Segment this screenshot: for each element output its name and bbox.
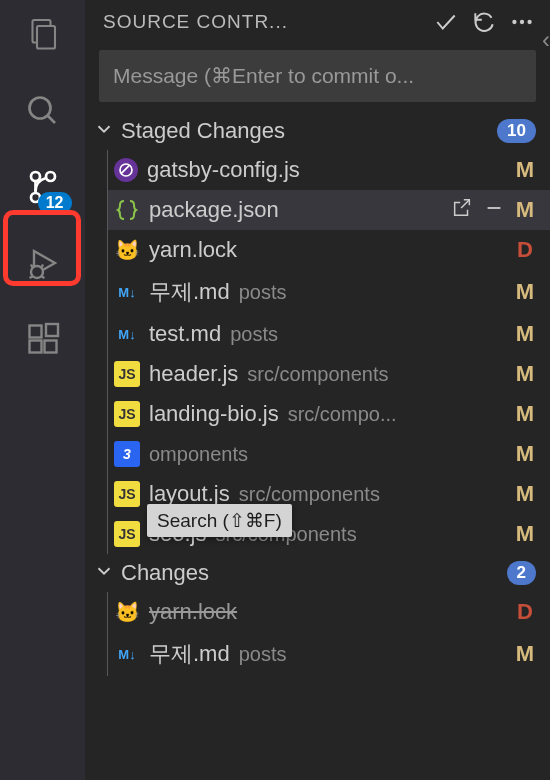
svg-rect-13 bbox=[29, 326, 41, 338]
markdown-file-icon: M↓ bbox=[114, 279, 140, 305]
js-file-icon: JS bbox=[114, 401, 140, 427]
file-row[interactable]: 🐱 yarn.lock D bbox=[108, 592, 550, 632]
section-header[interactable]: Staged Changes 10 bbox=[85, 112, 550, 150]
file-path: posts bbox=[230, 323, 278, 346]
extensions-icon[interactable] bbox=[22, 318, 64, 360]
source-control-badge: 12 bbox=[38, 192, 72, 214]
file-row[interactable]: package.json M bbox=[108, 190, 550, 230]
section-title: Staged Changes bbox=[121, 118, 491, 144]
json-file-icon bbox=[114, 197, 140, 223]
file-path: posts bbox=[239, 643, 287, 666]
svg-point-4 bbox=[46, 172, 55, 181]
run-debug-icon[interactable] bbox=[22, 242, 64, 284]
file-name: 무제.md bbox=[149, 277, 230, 307]
status-letter: M bbox=[514, 157, 536, 183]
file-path: omponents bbox=[149, 443, 248, 466]
status-letter: D bbox=[514, 599, 536, 625]
file-name: package.json bbox=[149, 197, 279, 223]
status-letter: M bbox=[514, 361, 536, 387]
file-row[interactable]: M↓ 무제.mdposts M bbox=[108, 270, 550, 314]
panel-header: SOURCE CONTR... ‹ bbox=[85, 0, 550, 46]
status-letter: M bbox=[514, 401, 536, 427]
refresh-icon[interactable] bbox=[470, 8, 498, 36]
file-name: yarn.lock bbox=[149, 599, 237, 625]
svg-point-17 bbox=[512, 20, 516, 24]
status-letter: M bbox=[514, 481, 536, 507]
file-row[interactable]: JS layout.jssrc/components M bbox=[108, 474, 550, 514]
markdown-file-icon: M↓ bbox=[114, 321, 140, 347]
js-file-icon: JS bbox=[114, 361, 140, 387]
file-row[interactable]: 🐱 yarn.lock D bbox=[108, 230, 550, 270]
file-row[interactable]: M↓ 무제.mdposts M bbox=[108, 632, 550, 676]
file-path: src/components bbox=[215, 523, 356, 546]
svg-line-9 bbox=[31, 265, 33, 268]
file-name: header.js bbox=[149, 361, 238, 387]
status-letter: M bbox=[514, 197, 536, 223]
file-path: posts bbox=[239, 281, 287, 304]
svg-point-20 bbox=[120, 164, 132, 176]
svg-line-10 bbox=[41, 265, 43, 268]
source-control-panel: SOURCE CONTR... ‹ Message (⌘Enter to com… bbox=[85, 0, 550, 780]
svg-line-11 bbox=[29, 277, 32, 279]
unstage-icon[interactable] bbox=[483, 197, 505, 223]
js-file-icon: JS bbox=[114, 481, 140, 507]
count-badge: 2 bbox=[507, 561, 536, 585]
file-row[interactable]: JS header.jssrc/components M bbox=[108, 354, 550, 394]
svg-rect-14 bbox=[29, 341, 41, 353]
explorer-icon[interactable] bbox=[22, 14, 64, 56]
markdown-file-icon: M↓ bbox=[114, 641, 140, 667]
status-letter: M bbox=[514, 641, 536, 667]
chevron-down-icon bbox=[93, 118, 115, 144]
file-path: src/components bbox=[239, 483, 380, 506]
status-letter: M bbox=[514, 279, 536, 305]
file-name: gatsby-config.js bbox=[147, 157, 300, 183]
svg-rect-15 bbox=[44, 341, 56, 353]
svg-point-18 bbox=[520, 20, 524, 24]
svg-point-6 bbox=[31, 172, 40, 181]
gatsby-file-icon bbox=[114, 158, 138, 182]
file-name: layout.js bbox=[149, 481, 230, 507]
file-name: 무제.md bbox=[149, 639, 230, 669]
commit-checkmark-icon[interactable] bbox=[432, 8, 460, 36]
section-header[interactable]: Changes 2 bbox=[85, 554, 550, 592]
js-file-icon: JS bbox=[114, 521, 140, 547]
file-row[interactable]: M↓ test.mdposts M bbox=[108, 314, 550, 354]
panel-title: SOURCE CONTR... bbox=[103, 11, 422, 33]
file-path: src/components bbox=[247, 363, 388, 386]
file-row[interactable]: JS seo.jssrc/components M bbox=[108, 514, 550, 554]
chevron-down-icon bbox=[93, 560, 115, 586]
status-letter: D bbox=[514, 237, 536, 263]
svg-line-12 bbox=[41, 277, 44, 279]
activity-bar: 12 bbox=[0, 0, 85, 780]
file-name: seo.js bbox=[149, 521, 206, 547]
source-control-icon[interactable]: 12 bbox=[22, 166, 64, 208]
yarn-lock-icon: 🐱 bbox=[114, 237, 140, 263]
file-row[interactable]: gatsby-config.js M bbox=[108, 150, 550, 190]
svg-point-8 bbox=[31, 266, 43, 278]
svg-rect-1 bbox=[37, 26, 55, 49]
file-name: landing-bio.js bbox=[149, 401, 279, 427]
edge-glyph: ‹ bbox=[542, 26, 550, 54]
status-letter: M bbox=[514, 521, 536, 547]
file-row[interactable]: JS landing-bio.jssrc/compo... M bbox=[108, 394, 550, 434]
search-icon[interactable] bbox=[22, 90, 64, 132]
section-title: Changes bbox=[121, 560, 501, 586]
file-name: yarn.lock bbox=[149, 237, 237, 263]
file-row[interactable]: 3 omponents M bbox=[108, 434, 550, 474]
css-file-icon: 3 bbox=[114, 441, 140, 467]
yarn-lock-icon: 🐱 bbox=[114, 599, 140, 625]
svg-point-2 bbox=[29, 98, 50, 119]
more-actions-icon[interactable] bbox=[508, 8, 536, 36]
svg-point-19 bbox=[527, 20, 531, 24]
svg-rect-16 bbox=[46, 324, 58, 336]
status-letter: M bbox=[514, 321, 536, 347]
status-letter: M bbox=[514, 441, 536, 467]
file-name: test.md bbox=[149, 321, 221, 347]
svg-line-3 bbox=[47, 116, 55, 124]
commit-message-input[interactable]: Message (⌘Enter to commit o... bbox=[99, 50, 536, 102]
file-path: src/compo... bbox=[288, 403, 397, 426]
count-badge: 10 bbox=[497, 119, 536, 143]
open-file-icon[interactable] bbox=[451, 197, 473, 223]
